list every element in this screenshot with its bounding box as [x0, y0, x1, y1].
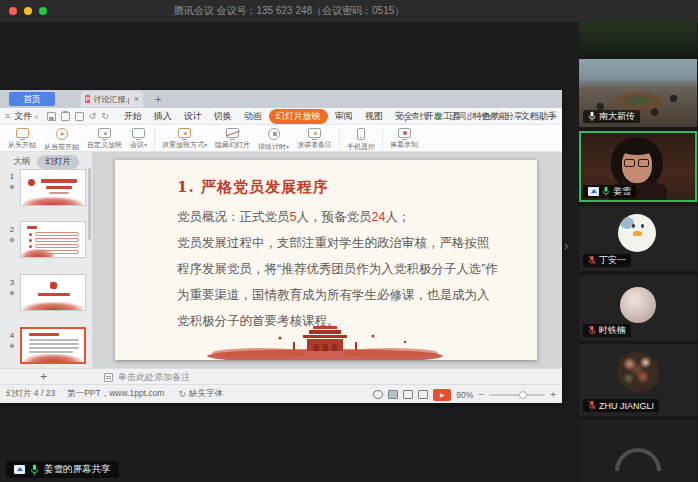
body-paragraph: 党员发展过程中，支部注重对学生的政治审核，严格按照程序发展党员，将“推荐优秀团员… — [177, 236, 498, 328]
notes-strip: + 单击此处添加备注 — [0, 368, 562, 384]
wps-home-button[interactable]: 首页 — [9, 92, 55, 106]
wps-menubar: ≡ 文件 ∨ ↺ ↻ 开始 插入 设计 切换 动画 幻灯片放映 审阅 视图 安全… — [0, 108, 562, 125]
participant-tile-zhujiangli[interactable]: ZHU JIANGLI — [579, 344, 697, 416]
sync-label[interactable]: 已同步 — [449, 111, 475, 123]
mic-on-icon — [588, 111, 596, 122]
wps-statusbar: 幻灯片 4 / 23 第一PPT，www.1ppt.com ↻ 缺失字体 ▶ 9… — [0, 384, 562, 403]
participant-tile-nandaxinchuan[interactable]: 南大新传 — [579, 59, 697, 127]
meeting-button[interactable]: 会议▾ — [126, 128, 151, 150]
tab-design[interactable]: 设计 — [179, 109, 207, 124]
sidebar-collapse-icon[interactable]: › — [564, 238, 568, 253]
slide-thumbnail-2[interactable] — [20, 221, 86, 258]
toolbar-divider — [339, 129, 340, 149]
share-label[interactable]: 分享 — [506, 111, 523, 123]
tab-animation[interactable]: 动画 — [239, 109, 267, 124]
close-tab-icon[interactable]: × — [134, 94, 139, 104]
play-from-current-button[interactable]: 从当前开始 — [40, 128, 83, 152]
slide-canvas: 1. 严格党员发展程序 党员概况：正式党员5人，预备党员24人； 党员发展过程中… — [93, 152, 562, 368]
mic-active-icon — [602, 186, 610, 197]
participant-tile-dinganyi[interactable]: 丁安一 — [579, 206, 697, 271]
tab-home[interactable]: 开始 — [119, 109, 147, 124]
red-watermark-art — [23, 197, 83, 205]
custom-slideshow-button[interactable]: 自定义放映 — [83, 128, 126, 150]
zoom-level: 90% — [456, 390, 473, 400]
tab-insert[interactable]: 插入 — [149, 109, 177, 124]
participant-tile-jiangxue-speaking[interactable]: 姜雪 — [579, 131, 697, 202]
document-tab[interactable]: P 讨论汇报.pptm × — [81, 91, 143, 107]
notes-panel-icon — [104, 373, 113, 382]
slides-tab[interactable]: 幻灯片 — [37, 155, 79, 169]
screen-sharing-icon — [588, 187, 599, 196]
tab-slideshow[interactable]: 幻灯片放映 — [269, 109, 328, 124]
tencent-meeting-window: 腾讯会议 会议号：135 623 248（会议密码：0515） 首页 P 讨论汇… — [0, 0, 698, 482]
find-label[interactable]: 查找 — [411, 111, 428, 123]
search-icon[interactable] — [398, 114, 404, 120]
zoom-slider-knob[interactable] — [519, 391, 527, 399]
quick-access-toolbar: ↺ ↻ — [47, 112, 109, 121]
print-icon[interactable] — [61, 112, 70, 121]
participant-tile-shitienan[interactable]: 时铁楠 — [579, 275, 697, 341]
share-banner-label: 姜雪的屏幕共享 — [44, 463, 111, 476]
slide-thumbnail-3[interactable] — [20, 274, 86, 311]
start-slideshow-button[interactable]: ▶ — [433, 389, 451, 401]
zoom-slider[interactable] — [489, 394, 545, 396]
meeting-title: 腾讯会议 会议号：135 623 248（会议密码：0515） — [0, 0, 578, 22]
panel-scrollbar[interactable] — [88, 168, 91, 240]
phone-icon — [357, 128, 365, 140]
slide-thumbnail-1[interactable] — [20, 169, 86, 206]
home-button-label: 首页 — [23, 93, 41, 106]
participant-name: 时铁楠 — [599, 324, 626, 337]
save-icon[interactable] — [47, 112, 56, 121]
missing-font-warning[interactable]: 缺失字体 — [189, 388, 223, 400]
slide-sorter-view-icon[interactable] — [403, 390, 413, 399]
current-slide[interactable]: 1. 严格党员发展程序 党员概况：正式党员5人，预备党员24人； 党员发展过程中… — [115, 160, 537, 360]
outline-tab[interactable]: 大纲 — [13, 156, 30, 168]
phone-remote-button[interactable]: 手机遥控 — [343, 128, 379, 152]
slide-body-text: 党员概况：正式党员5人，预备党员24人； 党员发展过程中，支部注重对学生的政治审… — [177, 204, 499, 334]
zoom-out-button[interactable]: − — [478, 389, 484, 400]
hamburger-icon[interactable]: ≡ — [5, 111, 10, 121]
preview-icon[interactable] — [75, 112, 84, 121]
animation-star-icon — [9, 237, 15, 243]
dropdown-icon: ▾ — [144, 142, 147, 148]
add-slide-button[interactable]: + — [40, 370, 47, 384]
participant-tile-partial-top[interactable] — [579, 22, 697, 57]
file-menu[interactable]: 文件 — [14, 110, 32, 123]
wps-presentation-window: 首页 P 讨论汇报.pptm × + ≡ 文件 ∨ ↺ ↻ 开始 插入 — [0, 90, 562, 403]
normal-view-icon[interactable] — [388, 390, 398, 399]
tab-review[interactable]: 审阅 — [330, 109, 358, 124]
avatar — [618, 214, 656, 252]
participant-tile-partial-bottom[interactable] — [579, 420, 697, 482]
annotate-pen-icon[interactable] — [373, 390, 383, 399]
mic-active-icon — [30, 464, 39, 476]
collaborate-label[interactable]: 协作 — [482, 111, 499, 123]
template-credit: 第一PPT，www.1ppt.com — [67, 388, 164, 400]
screen-record-button[interactable]: 屏幕录制 — [386, 128, 422, 150]
play-icon: ▶ — [440, 391, 445, 398]
reading-view-icon[interactable] — [418, 390, 428, 399]
participant-name: 南大新传 — [599, 110, 635, 123]
divider-icon: | — [541, 112, 543, 121]
red-watermark-art — [24, 354, 82, 362]
zoom-in-button[interactable]: + — [550, 389, 556, 400]
hide-slide-button[interactable]: 隐藏幻灯片 — [211, 128, 254, 150]
slide-counter: 幻灯片 4 / 23 — [6, 388, 55, 400]
stats-line: 党员概况：正式党员5人，预备党员24人； — [177, 210, 410, 224]
slide-number: 1 — [7, 172, 17, 181]
setup-show-button[interactable]: 设置放映方式▾ — [158, 128, 211, 150]
play-from-start-button[interactable]: 从头开始 — [4, 128, 40, 150]
rehearse-timing-button[interactable]: 排练计时▾ — [254, 128, 293, 152]
new-tab-button[interactable]: + — [155, 93, 161, 105]
sync-status-icon: ✓ — [435, 113, 442, 120]
help-icon[interactable]: ? — [530, 112, 534, 121]
collapse-ribbon-icon[interactable]: ∧ — [550, 112, 556, 121]
tab-transition[interactable]: 切换 — [209, 109, 237, 124]
undo-icon[interactable]: ↺ — [89, 112, 97, 121]
document-tab-title: 讨论汇报.pptm — [93, 94, 128, 105]
slide-thumbnail-4-selected[interactable] — [20, 327, 86, 364]
tab-view[interactable]: 视图 — [360, 109, 388, 124]
screen-share-banner[interactable]: 姜雪的屏幕共享 — [6, 461, 119, 478]
notes-placeholder[interactable]: 单击此处添加备注 — [118, 369, 190, 385]
presenter-notes-button[interactable]: 演讲者备注 — [293, 128, 336, 150]
redo-icon[interactable]: ↻ — [101, 112, 109, 121]
